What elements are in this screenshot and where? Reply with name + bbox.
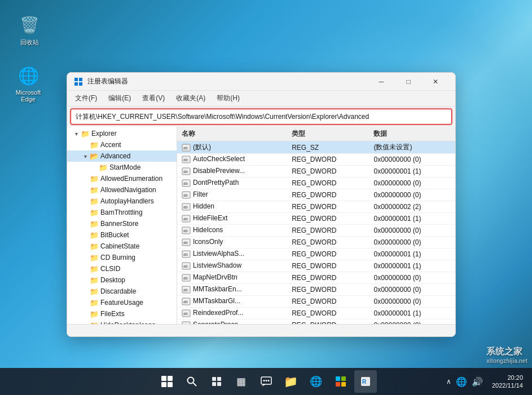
tree-item-hidedesktop[interactable]: 📁 HideDesktopIcons xyxy=(67,319,177,324)
cell-data: 0x00000000 (0) xyxy=(369,319,455,325)
regedit-taskbar-button[interactable]: R xyxy=(354,370,377,393)
tree-item-cabinetstate[interactable]: 📁 CabinetState xyxy=(67,241,177,252)
volume-icon[interactable]: 🔊 xyxy=(472,376,483,387)
chevron-icon[interactable]: ∧ xyxy=(446,378,451,385)
taskbar-center: ▦ 📁 🌐 xyxy=(156,370,377,393)
minimize-button[interactable]: ─ xyxy=(368,73,394,91)
cell-type: REG_DWORD xyxy=(287,213,369,225)
chat-button[interactable] xyxy=(255,370,278,393)
tree-label: BannerStore xyxy=(100,220,138,228)
tree-item-autoplay[interactable]: 📁 AutoplayHandlers xyxy=(67,196,177,207)
table-row[interactable]: abMMTaskbarEn... REG_DWORD 0x00000000 (0… xyxy=(177,284,455,296)
registry-table: 名称 类型 数据 ab(默认) REG_SZ (数值未设置) abAutoChe… xyxy=(177,127,455,324)
table-row[interactable]: abMapNetDrvBtn REG_DWORD 0x00000000 (0) xyxy=(177,272,455,284)
menu-edit[interactable]: 编辑(E) xyxy=(103,91,137,105)
tree-item-explorer[interactable]: ▾ 📁 Explorer xyxy=(67,128,177,139)
tree-item-cdburning[interactable]: 📁 CD Burning xyxy=(67,252,177,263)
svg-text:ab: ab xyxy=(183,170,188,174)
menu-favorites[interactable]: 收藏夹(A) xyxy=(170,91,211,105)
cell-type: REG_DWORD xyxy=(287,296,369,308)
svg-rect-53 xyxy=(341,376,346,381)
table-row[interactable]: abHidden REG_DWORD 0x00000002 (2) xyxy=(177,201,455,213)
tree-item-fileexts[interactable]: 📁 FileExts xyxy=(67,308,177,319)
tree-item-allowedenum[interactable]: 📁 AllowedEnumeration xyxy=(67,173,177,184)
tree-item-startmode[interactable]: 📁 StartMode xyxy=(67,162,177,173)
edge-taskbar-button[interactable]: 🌐 xyxy=(305,370,327,393)
system-clock[interactable]: 20:20 2022/11/14 xyxy=(490,374,525,390)
folder-open-icon: 📂 xyxy=(90,152,99,161)
table-row[interactable]: abListviewAlphaS... REG_DWORD 0x00000001… xyxy=(177,248,455,260)
tree-item-advanced[interactable]: ▾ 📂 Advanced xyxy=(67,150,177,162)
tree-item-clsid[interactable]: 📁 CLSID xyxy=(67,263,177,274)
widgets-button[interactable]: ▦ xyxy=(230,370,253,393)
tree-item-featureusage[interactable]: 📁 FeatureUsage xyxy=(67,297,177,308)
menu-view[interactable]: 查看(V) xyxy=(137,91,170,105)
edge-icon[interactable]: 🌐 Microsoft Edge xyxy=(10,62,46,105)
cell-name: abFilter xyxy=(177,189,287,201)
taskview-button[interactable] xyxy=(205,370,228,393)
tree-label: Discardable xyxy=(100,287,136,295)
table-row[interactable]: abIconsOnly REG_DWORD 0x00000000 (0) xyxy=(177,237,455,248)
svg-text:ab: ab xyxy=(183,193,188,197)
maximize-button[interactable]: □ xyxy=(395,73,421,91)
menu-bar: 文件(F) 编辑(E) 查看(V) 收藏夹(A) 帮助(H) xyxy=(67,91,455,106)
table-row[interactable]: abAutoCheckSelect REG_DWORD 0x00000000 (… xyxy=(177,154,455,166)
tree-item-accent[interactable]: 📁 Accent xyxy=(67,139,177,150)
tree-label: Accent xyxy=(100,141,121,149)
cell-name: abReindexedProf... xyxy=(177,308,287,319)
folder-icon: 📁 xyxy=(90,140,99,149)
table-row[interactable]: abMMTaskbarGl... REG_DWORD 0x00000000 (0… xyxy=(177,296,455,308)
table-row[interactable]: abListviewShadow REG_DWORD 0x00000001 (1… xyxy=(177,260,455,272)
table-row[interactable]: abDontPrettyPath REG_DWORD 0x00000000 (0… xyxy=(177,177,455,189)
table-row[interactable]: abHideIcons REG_DWORD 0x00000000 (0) xyxy=(177,225,455,237)
table-row[interactable]: abHideFileExt REG_DWORD 0x00000001 (1) xyxy=(177,213,455,225)
menu-help[interactable]: 帮助(H) xyxy=(211,91,245,105)
svg-point-42 xyxy=(187,378,194,384)
col-name: 名称 xyxy=(177,127,287,141)
address-bar[interactable]: 计算机\HKEY_CURRENT_USER\Software\Microsoft… xyxy=(71,109,452,125)
svg-rect-52 xyxy=(336,376,340,381)
recycle-bin-image: 🗑️ xyxy=(18,14,41,36)
table-row[interactable]: abReindexedProf... REG_DWORD 0x00000001 … xyxy=(177,308,455,319)
tree-item-bitbucket[interactable]: 📁 BitBucket xyxy=(67,229,177,241)
tree-label: Explorer xyxy=(91,130,117,137)
cell-name: abMMTaskbarEn... xyxy=(177,284,287,296)
system-tray[interactable]: ∧ 🌐 🔊 xyxy=(442,376,487,387)
svg-text:ab: ab xyxy=(183,300,188,304)
store-button[interactable] xyxy=(329,370,352,393)
cell-data: 0x00000000 (0) xyxy=(369,296,455,308)
explorer-button[interactable]: 📁 xyxy=(280,370,302,393)
tree-item-bannerstore[interactable]: 📁 BannerStore xyxy=(67,218,177,229)
table-row[interactable]: abSeparateProce... REG_DWORD 0x00000000 … xyxy=(177,319,455,325)
menu-file[interactable]: 文件(F) xyxy=(69,91,103,105)
expand-icon xyxy=(81,264,90,273)
search-button[interactable] xyxy=(181,370,203,393)
cell-type: REG_DWORD xyxy=(287,284,369,296)
table-row[interactable]: abDisablePreview... REG_DWORD 0x00000001… xyxy=(177,166,455,177)
tree-item-bam[interactable]: 📁 BamThrottling xyxy=(67,207,177,218)
cell-name: ab(默认) xyxy=(177,141,287,154)
table-row[interactable]: abFilter REG_DWORD 0x00000000 (0) xyxy=(177,189,455,201)
svg-rect-3 xyxy=(79,82,82,86)
recycle-bin-icon[interactable]: 🗑️ 回收站 xyxy=(11,11,47,49)
start-button[interactable] xyxy=(156,370,178,393)
svg-text:ab: ab xyxy=(183,288,188,292)
folder-icon: 📁 xyxy=(99,163,108,172)
cell-data: 0x00000001 (1) xyxy=(369,308,455,319)
tree-panel[interactable]: ▾ 📁 Explorer 📁 Accent ▾ 📂 Advanced xyxy=(67,127,177,324)
tree-item-allowednav[interactable]: 📁 AllowedNavigation xyxy=(67,184,177,196)
expand-icon xyxy=(81,140,90,149)
cell-name: abListviewShadow xyxy=(177,260,287,272)
cell-type: REG_DWORD xyxy=(287,308,369,319)
tree-item-discardable[interactable]: 📁 Discardable xyxy=(67,286,177,297)
folder-icon: 📁 xyxy=(90,242,99,251)
cell-data: 0x00000000 (0) xyxy=(369,284,455,296)
network-icon[interactable]: 🌐 xyxy=(456,376,467,387)
tree-item-desktop[interactable]: 📁 Desktop xyxy=(67,274,177,286)
window-title: 注册表编辑器 xyxy=(87,77,368,86)
svg-point-51 xyxy=(267,380,269,381)
close-button[interactable]: ✕ xyxy=(423,73,449,91)
table-row[interactable]: ab(默认) REG_SZ (数值未设置) xyxy=(177,141,455,154)
cell-type: REG_DWORD xyxy=(287,260,369,272)
data-panel[interactable]: 名称 类型 数据 ab(默认) REG_SZ (数值未设置) abAutoChe… xyxy=(177,127,455,324)
